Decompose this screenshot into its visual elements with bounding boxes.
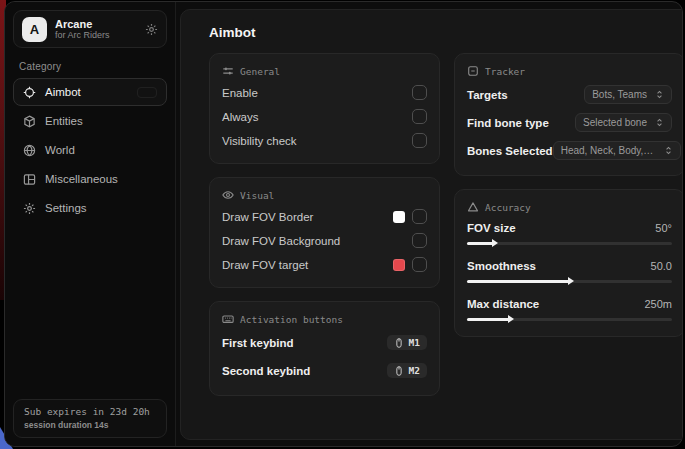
enable-checkbox[interactable] — [412, 85, 427, 100]
visibility-check-checkbox[interactable] — [412, 133, 427, 148]
slider-row: FOV size 50° — [467, 217, 672, 245]
fov-border-color-swatch[interactable] — [393, 211, 405, 223]
right-column: Tracker Targets Bots, Teams — [454, 53, 683, 337]
accuracy-card-header: Accuracy — [467, 201, 672, 213]
sidebar-item-entities[interactable]: Entities — [13, 107, 167, 135]
tracker-card: Tracker Targets Bots, Teams — [454, 53, 683, 176]
slider-fill — [467, 242, 494, 245]
setting-label: Draw FOV Background — [222, 235, 340, 247]
setting-row: Always — [222, 105, 427, 128]
setting-label: Draw FOV target — [222, 259, 308, 271]
draw-fov-border-checkbox[interactable] — [412, 209, 427, 224]
sidebar-item-label: Settings — [45, 202, 87, 214]
card-title: Activation buttons — [240, 314, 343, 325]
app-logo: A — [22, 17, 47, 42]
activation-card-header: Activation buttons — [222, 313, 427, 325]
setting-row: Draw FOV target — [222, 253, 427, 276]
row-controls — [393, 209, 427, 224]
sidebar-item-world[interactable]: World — [13, 136, 167, 164]
sidebar-item-miscellaneous[interactable]: Miscellaneous — [13, 165, 167, 193]
page-title: Aimbot — [209, 25, 683, 40]
aimbot-keybind-hint — [137, 87, 157, 98]
card-title: Accuracy — [485, 202, 531, 213]
box-select-icon — [467, 65, 479, 77]
cards-grid: General Enable Always Visibility check — [209, 53, 683, 396]
sidebar-item-aimbot[interactable]: Aimbot — [13, 78, 167, 106]
mouse-icon — [394, 366, 404, 376]
accuracy-card: Accuracy FOV size 50° — [454, 189, 683, 337]
card-title: Tracker — [485, 66, 525, 77]
app-subtitle: for Arc Riders — [55, 30, 137, 40]
fov-target-color-swatch[interactable] — [393, 259, 405, 271]
brand-card[interactable]: A Arcane for Arc Riders — [13, 10, 167, 48]
draw-fov-target-checkbox[interactable] — [412, 257, 427, 272]
subscription-info: Sub expires in 23d 20h session duration … — [13, 399, 167, 438]
setting-row: Enable — [222, 81, 427, 104]
setting-row: Draw FOV Background — [222, 229, 427, 252]
setting-row: Visibility check — [222, 129, 427, 152]
smoothness-slider[interactable] — [467, 280, 672, 283]
card-title: General — [240, 66, 280, 77]
app-window: A Arcane for Arc Riders Category Aimbot — [4, 1, 683, 447]
layout-grid-icon — [23, 173, 36, 186]
sidebar-item-settings[interactable]: Settings — [13, 194, 167, 222]
chevrons-up-down-icon — [664, 146, 673, 155]
brand-text: Arcane for Arc Riders — [55, 18, 137, 41]
setting-row: Draw FOV Border — [222, 205, 427, 228]
bones-selected-dropdown[interactable]: Head, Neck, Body, Pe... — [553, 141, 681, 160]
sidebar-item-label: Miscellaneous — [45, 173, 118, 185]
setting-row: Targets Bots, Teams — [467, 81, 672, 108]
sidebar-item-label: World — [45, 144, 75, 156]
slider-fill — [467, 280, 570, 283]
max-distance-slider[interactable] — [467, 318, 672, 321]
slider-row: Smoothness 50.0 — [467, 255, 672, 283]
left-column: General Enable Always Visibility check — [209, 53, 440, 396]
main-panel: Aimbot General — [180, 9, 683, 440]
targets-dropdown[interactable]: Bots, Teams — [584, 85, 672, 104]
crosshair-icon — [23, 86, 36, 99]
slider-header: Max distance 250m — [467, 293, 672, 314]
slider-row: Max distance 250m — [467, 293, 672, 321]
setting-label: Max distance — [467, 298, 539, 310]
second-keybind-button[interactable]: M2 — [387, 363, 427, 378]
always-checkbox[interactable] — [412, 109, 427, 124]
sub-expiry-text: Sub expires in 23d 20h — [24, 406, 156, 417]
setting-label: First keybind — [222, 337, 294, 349]
activation-card: Activation buttons First keybind M1 — [209, 301, 440, 396]
slider-header: Smoothness 50.0 — [467, 255, 672, 276]
setting-label: Targets — [467, 89, 508, 101]
session-duration-text: session duration 14s — [24, 420, 156, 430]
app-name: Arcane — [55, 18, 137, 31]
chevrons-up-down-icon — [655, 90, 664, 99]
gear-icon — [23, 202, 36, 215]
setting-label: Always — [222, 111, 258, 123]
sidebar-item-label: Entities — [45, 115, 83, 127]
setting-row: Second keybind M2 — [222, 357, 427, 384]
slider-value: 250m — [644, 298, 672, 310]
setting-label: Visibility check — [222, 135, 297, 147]
setting-label: Smoothness — [467, 260, 536, 272]
setting-row: First keybind M1 — [222, 329, 427, 356]
row-controls — [393, 257, 427, 272]
find-bone-type-dropdown[interactable]: Selected bone — [575, 113, 672, 132]
setting-label: Bones Selected — [467, 145, 553, 157]
keyboard-icon — [222, 313, 234, 325]
setting-label: FOV size — [467, 222, 516, 234]
globe-icon — [23, 144, 36, 157]
visual-card-header: Visual — [222, 189, 427, 201]
setting-label: Find bone type — [467, 117, 549, 129]
dropdown-value: Bots, Teams — [592, 89, 647, 100]
main-wrap: Aimbot General — [176, 2, 683, 446]
fov-size-slider[interactable] — [467, 242, 672, 245]
tracker-card-header: Tracker — [467, 65, 672, 77]
draw-fov-background-checkbox[interactable] — [412, 233, 427, 248]
slider-value: 50° — [655, 222, 672, 234]
setting-label: Draw FOV Border — [222, 211, 313, 223]
slider-value: 50.0 — [651, 260, 672, 272]
first-keybind-button[interactable]: M1 — [387, 335, 427, 350]
dropdown-value: Head, Neck, Body, Pe... — [561, 145, 656, 156]
slider-header: FOV size 50° — [467, 217, 672, 238]
sidebar-nav: Aimbot Entities World — [5, 78, 175, 222]
general-card: General Enable Always Visibility check — [209, 53, 440, 164]
gear-icon[interactable] — [145, 23, 158, 36]
